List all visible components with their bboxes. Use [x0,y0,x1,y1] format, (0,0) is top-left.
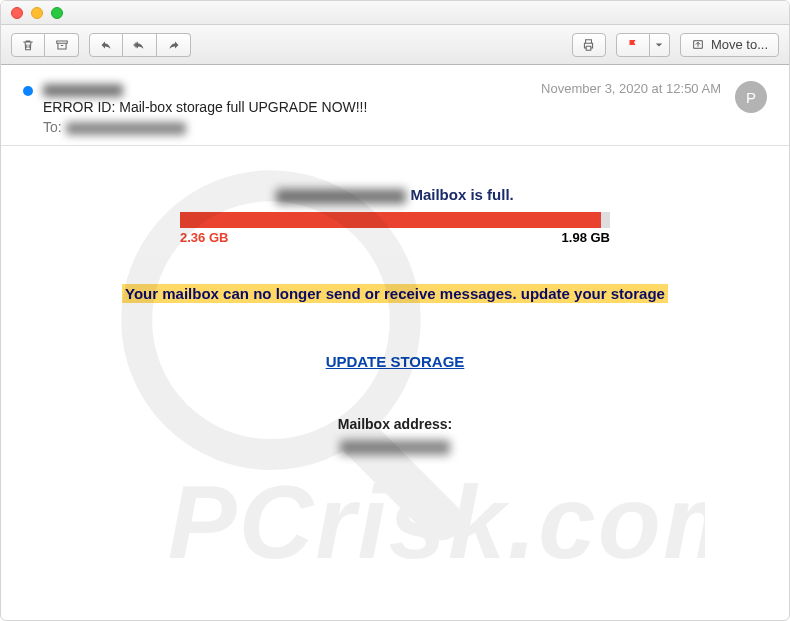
storage-bar-fill [180,212,601,228]
mailbox-address-label: Mailbox address: [31,416,759,432]
move-to-label: Move to... [711,37,768,52]
update-storage-link[interactable]: UPDATE STORAGE [326,353,465,370]
forward-icon [167,39,181,51]
reply-all-button[interactable] [123,33,157,57]
move-to-icon [691,38,705,51]
trash-icon [21,38,35,52]
print-button[interactable] [572,33,606,57]
reply-button[interactable] [89,33,123,57]
flag-button[interactable] [616,33,650,57]
message-header: ERROR ID: Mail-box storage full UPGRADE … [1,65,789,146]
flag-dropdown-button[interactable] [650,33,670,57]
mailbox-address-value [31,440,759,459]
avatar: P [735,81,767,113]
storage-bar-track [180,212,610,228]
mailbox-full-line: Mailbox is full. [31,186,759,204]
mailbox-full-text: Mailbox is full. [406,186,514,203]
to-row: To: [43,119,541,135]
unread-indicator [23,86,33,96]
delete-button[interactable] [11,33,45,57]
to-label: To: [43,119,62,135]
traffic-lights [11,7,63,19]
chevron-down-icon [655,41,663,49]
message-subject: ERROR ID: Mail-box storage full UPGRADE … [43,99,541,115]
warning-text: Your mailbox can no longer send or recei… [122,284,668,303]
forward-button[interactable] [157,33,191,57]
avatar-initial: P [746,89,756,106]
reply-icon [99,39,113,51]
archive-icon [55,38,69,52]
minimize-window-button[interactable] [31,7,43,19]
archive-button[interactable] [45,33,79,57]
storage-bar: 2.36 GB 1.98 GB [180,212,610,245]
move-to-button[interactable]: Move to... [680,33,779,57]
message-date: November 3, 2020 at 12:50 AM [541,81,721,96]
window-titlebar [1,1,789,25]
warning-banner: Your mailbox can no longer send or recei… [31,285,759,303]
print-icon [581,38,596,52]
storage-used-label: 2.36 GB [180,230,228,245]
svg-text:PCrisk.com: PCrisk.com [168,463,705,579]
sender-name [43,81,541,97]
maximize-window-button[interactable] [51,7,63,19]
message-body: Mailbox is full. 2.36 GB 1.98 GB Your ma… [1,146,789,479]
mailbox-name-blurred [276,189,406,204]
to-recipient [66,122,186,135]
mail-toolbar: Move to... [1,25,789,65]
reply-all-icon [132,39,148,51]
storage-right-label: 1.98 GB [562,230,610,245]
flag-icon [627,38,639,51]
close-window-button[interactable] [11,7,23,19]
